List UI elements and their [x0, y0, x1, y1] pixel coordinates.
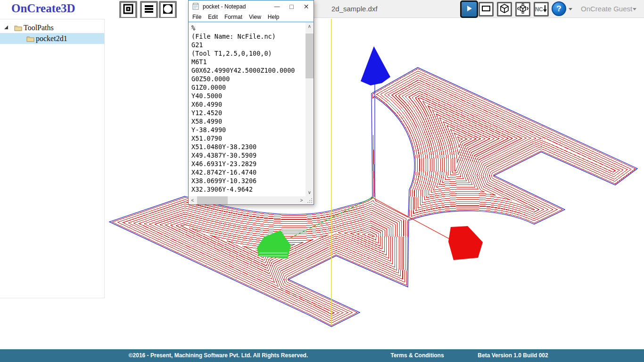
- menu-help[interactable]: Help: [268, 14, 280, 20]
- stock-boundary-icon: [123, 4, 133, 16]
- app-logo: OnCreate3D: [11, 2, 75, 15]
- view-3d-icon: [499, 3, 510, 16]
- stock-boundary-button[interactable]: [119, 1, 137, 19]
- nc-download-label: NC: [535, 6, 543, 13]
- stock-circle-button[interactable]: [159, 1, 177, 19]
- help-dropdown-caret[interactable]: [569, 8, 572, 10]
- view-2d-icon: [481, 5, 491, 14]
- view-3d-button[interactable]: [497, 2, 512, 17]
- terms-link[interactable]: Terms & Conditions: [390, 352, 444, 359]
- download-arrow-icon: [543, 4, 547, 15]
- vertical-scroll-thumb[interactable]: [305, 34, 314, 78]
- nc-download-button[interactable]: NC: [534, 2, 549, 17]
- notepad-title: pocket - Notepad: [203, 3, 246, 10]
- gcode-text[interactable]: % (File Name: NcFile.nc) G21 (Tool T1,2.…: [191, 24, 295, 194]
- document-title: 2d_sample.dxf: [331, 5, 378, 13]
- notepad-window[interactable]: pocket - Notepad — □ ✕ File Edit Format …: [188, 0, 314, 205]
- scroll-left-icon[interactable]: <: [189, 196, 197, 204]
- vertical-scrollbar[interactable]: ∧ ∨: [305, 22, 314, 196]
- view-2d-button[interactable]: [479, 2, 494, 17]
- notepad-titlebar[interactable]: pocket - Notepad — □ ✕: [189, 0, 314, 12]
- horizontal-scrollbar[interactable]: < >: [189, 196, 305, 204]
- horizontal-scroll-thumb[interactable]: [197, 196, 228, 204]
- scroll-up-icon[interactable]: ∧: [305, 22, 314, 30]
- user-dropdown-caret[interactable]: [633, 8, 636, 10]
- tree-item-toolpaths[interactable]: ToolPaths: [0, 22, 104, 33]
- help-question-label: ?: [556, 4, 561, 14]
- scroll-right-icon[interactable]: >: [297, 196, 305, 204]
- close-button[interactable]: ✕: [299, 1, 314, 12]
- tree-item-label: ToolPaths: [24, 24, 54, 32]
- scroll-down-icon[interactable]: ∨: [305, 188, 314, 196]
- toolpath-list-button[interactable]: [140, 1, 158, 19]
- version-text: Beta Version 1.0 Build 002: [478, 352, 548, 359]
- play-icon: [465, 5, 473, 14]
- menu-format[interactable]: Format: [224, 14, 242, 20]
- simulate-play-button[interactable]: [460, 0, 478, 18]
- stock-circle-icon: [163, 4, 173, 16]
- tree-item-pocket2d1[interactable]: pocket2d1: [0, 33, 104, 44]
- user-menu[interactable]: OnCreate Guest: [581, 5, 632, 13]
- menu-edit[interactable]: Edit: [208, 14, 218, 20]
- cad-viewport[interactable]: [105, 18, 644, 349]
- toolpath-tree-panel: ToolPaths pocket2d1: [0, 19, 105, 298]
- menu-view[interactable]: View: [249, 14, 261, 20]
- minimize-button[interactable]: —: [270, 1, 284, 12]
- menu-file[interactable]: File: [192, 14, 201, 20]
- fit-view-button[interactable]: [515, 2, 530, 17]
- toolpath-list-icon: [144, 4, 154, 16]
- help-button[interactable]: ?: [552, 1, 566, 16]
- fit-view-icon: [517, 3, 528, 16]
- maximize-button[interactable]: □: [284, 1, 299, 12]
- tree-item-label: pocket2d1: [36, 34, 67, 43]
- resize-grip[interactable]: [305, 196, 314, 204]
- notepad-app-icon: [192, 3, 199, 10]
- copyright-text: ©2016 - Present, Machining Software Pvt.…: [129, 352, 308, 359]
- tree-expander-icon[interactable]: [0, 25, 12, 30]
- footer-bar: ©2016 - Present, Machining Software Pvt.…: [0, 349, 644, 362]
- notepad-text-area[interactable]: % (File Name: NcFile.nc) G21 (Tool T1,2.…: [189, 22, 314, 204]
- folder-icon: [25, 35, 36, 42]
- notepad-menubar: File Edit Format View Help: [189, 12, 314, 22]
- folder-icon: [12, 25, 24, 31]
